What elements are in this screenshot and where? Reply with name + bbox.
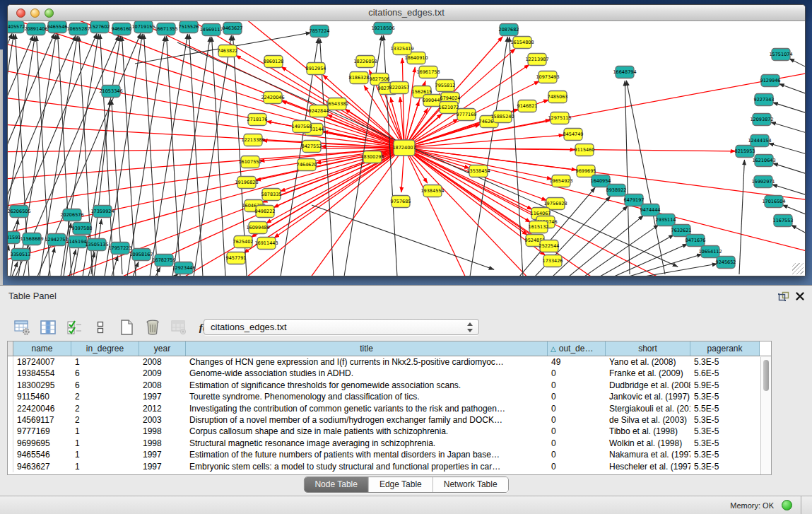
graph-node[interactable]: 20891406 [24, 23, 47, 35]
graph-node[interactable]: 8186328 [349, 72, 370, 84]
graph-node[interactable]: 12093872 [750, 114, 773, 126]
delete-table-icon[interactable] [143, 318, 162, 337]
graph-node[interactable]: 9498222 [255, 206, 276, 218]
graph-node[interactable]: 12213389 [241, 134, 264, 146]
column-header-pagerank[interactable]: pagerank [690, 341, 760, 356]
graph-node[interactable]: 16099489 [246, 222, 269, 234]
graph-node[interactable]: 7955812 [435, 80, 456, 92]
graph-node[interactable]: 17957223 [108, 243, 131, 255]
graph-node[interactable]: 1733426 [543, 255, 563, 267]
graph-node[interactable]: 8471676 [686, 235, 706, 247]
graph-node[interactable]: 7515526 [179, 21, 199, 33]
graph-node[interactable]: 14569117 [199, 24, 223, 36]
table-row[interactable]: 1830029562008Estimation of significance … [8, 380, 771, 391]
graph-node[interactable]: 15751074 [769, 49, 792, 61]
graph-node[interactable]: 8454749 [563, 129, 584, 141]
graph-node[interactable]: 9242844 [309, 105, 329, 117]
graph-node[interactable]: 7857224 [310, 25, 330, 37]
graph-node[interactable]: 2087682 [499, 24, 519, 36]
graph-node[interactable]: 1615132 [529, 221, 549, 233]
graph-node[interactable]: 16671355 [154, 23, 177, 35]
graph-node[interactable]: 12923446 [172, 262, 195, 274]
window-titlebar[interactable]: citations_edges.txt [8, 5, 805, 21]
row-height-icon[interactable] [91, 318, 110, 337]
graph-node[interactable]: 12444154 [748, 135, 771, 147]
graph-node[interactable]: 16648794 [613, 66, 636, 78]
graph-node[interactable]: 9466160 [112, 23, 132, 35]
close-window-button[interactable] [16, 8, 25, 18]
show-columns-icon[interactable] [39, 318, 57, 337]
graph-node[interactable]: 6479197 [624, 194, 645, 206]
graph-node[interactable]: 9115460 [575, 144, 595, 156]
graph-node[interactable]: 8860128 [264, 56, 284, 68]
column-header-short[interactable]: short [606, 341, 690, 356]
tab-network-table[interactable]: Network Table [433, 477, 508, 492]
graph-node[interactable]: 11568689 [20, 233, 43, 245]
graph-node[interactable]: 16911443 [254, 238, 278, 250]
column-header-year[interactable]: year [139, 341, 186, 356]
float-panel-icon[interactable] [778, 291, 789, 301]
scrollbar-thumb[interactable] [763, 360, 769, 391]
table-row[interactable]: 946554611997Estimation of the future num… [8, 449, 771, 460]
graph-node[interactable]: 9245652 [716, 257, 736, 269]
network-canvas[interactable]: 1872400774638228860128891295418226058982… [8, 21, 805, 276]
minimize-window-button[interactable] [30, 8, 40, 18]
graph-node[interactable]: 3931591 [8, 232, 20, 244]
table-row[interactable]: 946362711997Embryonic stem cells: a mode… [8, 461, 771, 472]
graph-node[interactable]: 9227343 [754, 94, 775, 106]
graph-node[interactable]: 16107552 [238, 156, 261, 168]
graph-node[interactable]: 7463822 [218, 45, 238, 57]
column-header-in_degree[interactable]: in_degree [71, 341, 139, 356]
graph-node[interactable]: 16782759 [152, 255, 175, 267]
column-header-gutter[interactable] [8, 341, 13, 356]
graph-node[interactable]: 2405572 [8, 21, 25, 33]
graph-node[interactable]: 8215953 [735, 146, 755, 158]
graph-node[interactable]: 21053346 [99, 86, 122, 98]
tab-node-table[interactable]: Node Table [304, 477, 369, 492]
graph-node[interactable]: 9397588 [72, 223, 93, 235]
graph-node[interactable]: 17016504 [762, 196, 785, 208]
graph-node[interactable]: 15885240 [490, 111, 514, 123]
graph-node[interactable]: 16154808 [510, 37, 534, 49]
table-row[interactable]: 911546021997Tourette syndrome. Phenomeno… [8, 391, 771, 402]
resize-grip[interactable] [792, 263, 804, 274]
graph-node[interactable]: 1497568 [292, 121, 312, 133]
graph-node[interactable]: 2718176 [247, 114, 268, 126]
graph-node[interactable]: 10719155 [131, 21, 155, 33]
graph-node[interactable]: 2935114 [656, 214, 676, 226]
collapsed-panel-divider[interactable] [0, 49, 3, 285]
table-row[interactable]: 2242004622012Investigating the contribut… [8, 403, 771, 414]
graph-node[interactable]: 13325419 [390, 43, 413, 55]
graph-node[interactable]: 9777169 [457, 109, 477, 121]
graph-node[interactable]: 13538454 [466, 165, 490, 177]
graph-node[interactable]: 12213987 [525, 54, 548, 66]
column-header-name[interactable]: name [13, 341, 71, 356]
table-row[interactable]: 1456911722003Disruption of a novel membe… [8, 414, 771, 426]
graph-node[interactable]: 8427552 [302, 141, 322, 153]
graph-node[interactable]: 18300295 [360, 151, 384, 163]
graph-node[interactable]: 17359924 [90, 206, 114, 218]
graph-node[interactable]: 9146821 [517, 100, 538, 112]
graph-node-hub[interactable]: 18724007 [392, 140, 416, 156]
new-table-icon[interactable] [117, 318, 136, 337]
graph-node[interactable]: 2522544 [539, 240, 560, 252]
graph-node[interactable]: 1527602 [90, 21, 110, 33]
graph-node[interactable]: 10973493 [536, 71, 559, 83]
graph-node[interactable]: 9465546 [47, 21, 68, 33]
graph-node[interactable]: 16961758 [416, 66, 440, 78]
table-row[interactable]: 1938455462009Genome-wide association stu… [8, 368, 771, 379]
zoom-window-button[interactable] [45, 8, 54, 18]
graph-node[interactable]: 19218506 [371, 23, 394, 35]
memory-status-indicator[interactable] [782, 500, 792, 510]
table-row[interactable]: 1872400712008Changes of HCN gene express… [8, 356, 771, 368]
graph-node[interactable]: 15992971 [751, 176, 775, 188]
graph-node[interactable]: 10654112 [698, 246, 722, 258]
graph-node[interactable]: 7485063 [548, 91, 568, 103]
graph-node[interactable]: 9129946 [760, 75, 781, 87]
graph-node[interactable]: 1167553 [773, 215, 794, 227]
graph-node[interactable]: 19654923 [549, 175, 572, 187]
graph-node[interactable]: 9463627 [223, 23, 243, 35]
graph-node[interactable]: 12942757 [45, 234, 68, 246]
graph-node[interactable]: 3350513 [11, 249, 31, 261]
graph-node[interactable]: 12975115 [548, 112, 571, 124]
